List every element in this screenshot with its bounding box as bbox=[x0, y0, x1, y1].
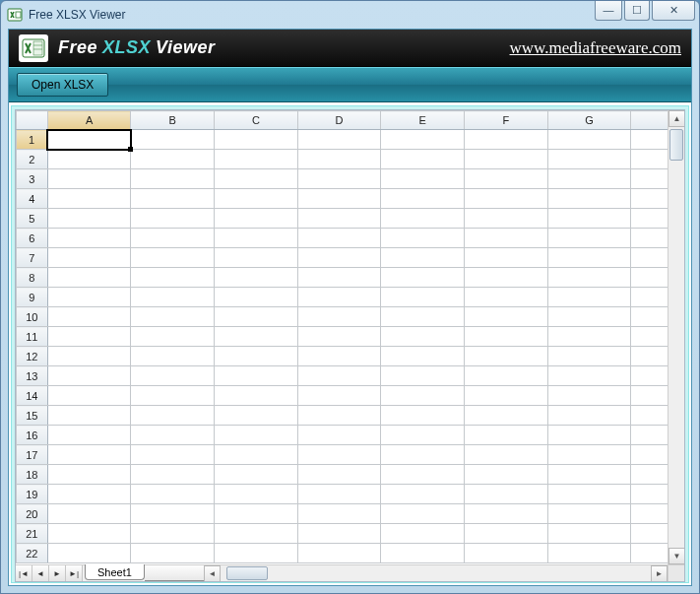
cell[interactable] bbox=[381, 209, 465, 229]
column-header[interactable]: E bbox=[381, 111, 465, 130]
cell[interactable] bbox=[631, 268, 668, 288]
cell[interactable] bbox=[131, 544, 215, 563]
minimize-button[interactable]: ― bbox=[595, 1, 622, 21]
cell[interactable] bbox=[465, 426, 548, 445]
hscroll-thumb[interactable] bbox=[226, 566, 268, 580]
cell[interactable] bbox=[631, 327, 668, 347]
cell[interactable] bbox=[215, 544, 298, 563]
cell[interactable] bbox=[465, 366, 548, 386]
column-header[interactable]: D bbox=[297, 111, 381, 130]
cell[interactable] bbox=[131, 288, 215, 307]
cell[interactable] bbox=[631, 406, 668, 426]
cell[interactable] bbox=[131, 485, 215, 504]
cell[interactable] bbox=[465, 445, 548, 465]
cell[interactable] bbox=[297, 366, 381, 386]
open-xlsx-button[interactable]: Open XLSX bbox=[17, 73, 108, 97]
cell[interactable] bbox=[215, 150, 298, 169]
cell[interactable] bbox=[547, 268, 631, 288]
vscroll-thumb[interactable] bbox=[669, 129, 683, 161]
row-header[interactable]: 2 bbox=[17, 150, 48, 169]
cell[interactable] bbox=[465, 189, 548, 209]
vscroll-track[interactable] bbox=[668, 127, 684, 548]
cell[interactable] bbox=[47, 150, 131, 169]
row-header[interactable]: 6 bbox=[17, 229, 48, 248]
row-header[interactable]: 19 bbox=[17, 485, 48, 504]
cell[interactable] bbox=[47, 229, 131, 248]
cell[interactable] bbox=[465, 544, 548, 563]
row-header[interactable]: 9 bbox=[17, 288, 48, 307]
select-all-corner[interactable] bbox=[17, 111, 48, 130]
cell[interactable] bbox=[631, 366, 668, 386]
cell[interactable] bbox=[47, 288, 131, 307]
cell[interactable] bbox=[47, 544, 131, 563]
cell[interactable] bbox=[47, 268, 131, 288]
cell[interactable] bbox=[47, 169, 131, 189]
row-header[interactable]: 8 bbox=[17, 268, 48, 288]
row-header[interactable]: 5 bbox=[17, 209, 48, 229]
cell[interactable] bbox=[381, 130, 465, 150]
cell[interactable] bbox=[381, 386, 465, 406]
row-header[interactable]: 22 bbox=[17, 544, 48, 563]
cell[interactable] bbox=[631, 288, 668, 307]
cell[interactable] bbox=[215, 386, 298, 406]
scroll-up-button[interactable]: ▲ bbox=[668, 110, 685, 127]
cell[interactable] bbox=[631, 465, 668, 485]
cell[interactable] bbox=[547, 307, 631, 327]
cell[interactable] bbox=[631, 524, 668, 544]
cell[interactable] bbox=[547, 150, 631, 169]
cell[interactable] bbox=[131, 465, 215, 485]
cell[interactable] bbox=[297, 130, 381, 150]
cell[interactable] bbox=[131, 169, 215, 189]
cell[interactable] bbox=[381, 544, 465, 563]
cell[interactable] bbox=[297, 189, 381, 209]
cell[interactable] bbox=[131, 504, 215, 524]
cell[interactable] bbox=[631, 445, 668, 465]
cell[interactable] bbox=[47, 524, 131, 544]
scroll-left-button[interactable]: ◄ bbox=[204, 565, 221, 582]
cell[interactable] bbox=[131, 130, 215, 150]
cell[interactable] bbox=[47, 504, 131, 524]
cell[interactable] bbox=[297, 504, 381, 524]
cell[interactable] bbox=[547, 465, 631, 485]
cell[interactable] bbox=[131, 229, 215, 248]
cell[interactable] bbox=[465, 150, 548, 169]
cell[interactable] bbox=[47, 347, 131, 366]
cell[interactable] bbox=[547, 130, 631, 150]
cell[interactable] bbox=[215, 268, 298, 288]
cell[interactable] bbox=[215, 426, 298, 445]
cell[interactable] bbox=[131, 268, 215, 288]
cell[interactable] bbox=[47, 366, 131, 386]
cell[interactable] bbox=[47, 445, 131, 465]
cell[interactable] bbox=[381, 248, 465, 268]
cell[interactable] bbox=[631, 504, 668, 524]
cell[interactable] bbox=[465, 524, 548, 544]
cell[interactable] bbox=[381, 169, 465, 189]
cell[interactable] bbox=[47, 189, 131, 209]
cell[interactable] bbox=[547, 288, 631, 307]
cell[interactable] bbox=[631, 248, 668, 268]
row-header[interactable]: 4 bbox=[17, 189, 48, 209]
cell[interactable] bbox=[297, 406, 381, 426]
cell[interactable] bbox=[547, 504, 631, 524]
cell[interactable] bbox=[215, 347, 298, 366]
cell[interactable] bbox=[381, 189, 465, 209]
cell[interactable] bbox=[381, 406, 465, 426]
row-header[interactable]: 12 bbox=[17, 347, 48, 366]
cell[interactable] bbox=[631, 169, 668, 189]
cell[interactable] bbox=[131, 327, 215, 347]
cell[interactable] bbox=[381, 229, 465, 248]
cell[interactable] bbox=[47, 307, 131, 327]
cell[interactable] bbox=[297, 524, 381, 544]
cell[interactable] bbox=[381, 268, 465, 288]
cell[interactable] bbox=[131, 189, 215, 209]
cell[interactable] bbox=[465, 307, 548, 327]
cell[interactable] bbox=[465, 406, 548, 426]
cell[interactable] bbox=[215, 307, 298, 327]
row-header[interactable]: 1 bbox=[17, 130, 48, 150]
cell[interactable] bbox=[631, 347, 668, 366]
column-header[interactable]: A bbox=[47, 111, 131, 130]
cell[interactable] bbox=[381, 347, 465, 366]
cell[interactable] bbox=[547, 248, 631, 268]
cell[interactable] bbox=[631, 209, 668, 229]
cell[interactable] bbox=[47, 426, 131, 445]
